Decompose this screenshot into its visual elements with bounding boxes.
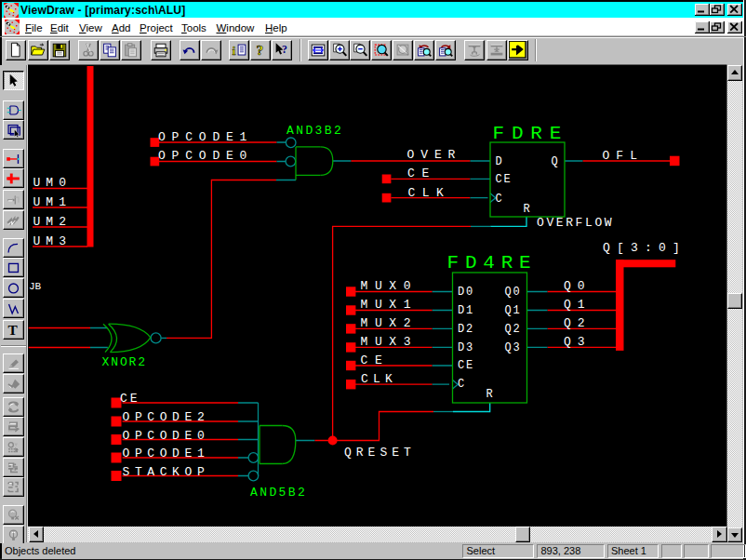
svg-text:STACKOP: STACKOP	[123, 465, 210, 479]
svg-text:UM3: UM3	[33, 234, 73, 248]
svg-text:CLK: CLK	[408, 186, 451, 200]
svg-text:R: R	[486, 388, 495, 401]
svg-text:Q2: Q2	[505, 323, 522, 336]
svg-text:UM1: UM1	[33, 195, 73, 209]
svg-text:MUX0: MUX0	[361, 279, 419, 293]
svg-text:CE: CE	[496, 173, 513, 186]
svg-text:CLK: CLK	[361, 372, 397, 386]
svg-text:Q3: Q3	[564, 335, 591, 349]
svg-text:OPCODE1: OPCODE1	[158, 130, 253, 144]
svg-text:D0: D0	[458, 286, 474, 299]
svg-text:OPCODE1: OPCODE1	[123, 447, 210, 460]
svg-text:Q1: Q1	[564, 298, 591, 312]
svg-text:XNOR2: XNOR2	[102, 355, 148, 369]
svg-text:D3: D3	[458, 341, 474, 354]
svg-text:UM2: UM2	[33, 215, 73, 229]
svg-text:Q1: Q1	[505, 304, 522, 317]
svg-text:R: R	[524, 203, 532, 216]
svg-text:FD4RE: FD4RE	[447, 252, 538, 273]
svg-text:UM0: UM0	[33, 176, 73, 190]
svg-text:D1: D1	[458, 304, 474, 317]
svg-text:CE: CE	[407, 167, 436, 180]
svg-text:OPCODE0: OPCODE0	[158, 149, 253, 163]
svg-text:AND5B2: AND5B2	[250, 486, 307, 500]
svg-text:Q0: Q0	[564, 279, 591, 293]
svg-text:C: C	[458, 378, 466, 391]
svg-text:Q[3:0]: Q[3:0]	[603, 241, 686, 255]
svg-text:CE: CE	[458, 359, 474, 372]
svg-text:QRESET: QRESET	[344, 446, 416, 460]
svg-text:OFL: OFL	[603, 149, 645, 163]
svg-text:OPCODE2: OPCODE2	[123, 410, 210, 424]
svg-text:JB: JB	[29, 281, 42, 292]
svg-text:D2: D2	[458, 323, 474, 336]
svg-text:CE: CE	[120, 392, 140, 406]
svg-text:OPCODE0: OPCODE0	[123, 429, 210, 443]
svg-text:MUX2: MUX2	[361, 316, 419, 330]
svg-text:Q0: Q0	[505, 286, 522, 299]
svg-text:Q2: Q2	[564, 316, 591, 330]
svg-text:MUX3: MUX3	[361, 335, 419, 349]
svg-text:CE: CE	[361, 353, 390, 367]
svg-text:FDRE: FDRE	[493, 123, 569, 144]
svg-text:Q: Q	[552, 155, 560, 168]
svg-text:OVERFLOW: OVERFLOW	[537, 216, 614, 230]
svg-text:AND3B2: AND3B2	[286, 124, 343, 138]
svg-text:OVER: OVER	[407, 148, 462, 162]
svg-text:D: D	[496, 155, 504, 168]
svg-text:Q3: Q3	[505, 341, 522, 354]
svg-text:C: C	[496, 193, 504, 206]
svg-text:MUX1: MUX1	[361, 298, 419, 312]
